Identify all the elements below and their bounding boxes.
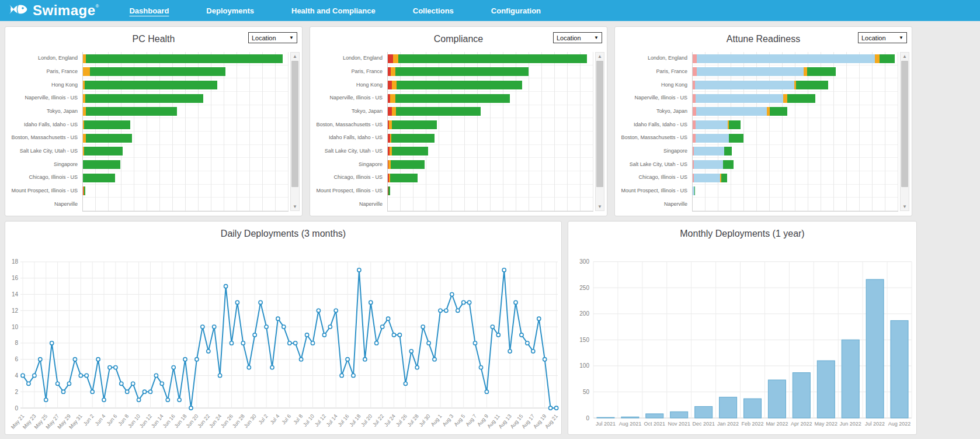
pc-health-category-label: Idaho Falls, Idaho - US xyxy=(24,122,78,127)
svg-text:Aug 2021: Aug 2021 xyxy=(619,421,642,427)
nav-item-health-and-compliance[interactable]: Health and Compliance xyxy=(291,6,376,15)
attune-readiness-segment-segment_blue xyxy=(694,160,723,169)
attune-readiness-segment-segment_green xyxy=(729,134,743,143)
attune-readiness-bar xyxy=(693,54,895,63)
compliance-bar xyxy=(388,147,428,155)
nav-item-deployments[interactable]: Deployments xyxy=(206,6,254,15)
scroll-up-icon[interactable]: ▲ xyxy=(291,53,299,60)
attune-readiness-category-label: London, England xyxy=(648,55,687,61)
compliance-category-label: Naperville xyxy=(359,201,383,207)
compliance-category-label: Chicago, Illinois - US xyxy=(333,174,383,180)
compliance-category-label: Naperville, Illinois - US xyxy=(329,95,383,101)
pc-health-bar xyxy=(83,174,115,182)
svg-text:Jul 2: Jul 2 xyxy=(258,413,269,426)
svg-text:Jul 26: Jul 26 xyxy=(395,413,408,428)
scrollbar-thumb[interactable] xyxy=(291,61,298,187)
svg-text:16: 16 xyxy=(12,275,19,281)
svg-text:Jun 2022: Jun 2022 xyxy=(840,421,861,427)
pc-health-bar xyxy=(83,107,177,116)
compliance-segment-warning xyxy=(393,54,398,63)
compliance-bar xyxy=(388,120,437,129)
location-filter-label: Location xyxy=(861,34,886,42)
compliance-card: ComplianceLocation▼London, EnglandParis,… xyxy=(310,26,607,216)
scrollbar-thumb[interactable] xyxy=(901,61,908,187)
compliance-segment-compliant xyxy=(398,54,587,63)
svg-text:Aug 3: Aug 3 xyxy=(442,413,455,427)
attune-readiness-segment-segment_pink xyxy=(693,54,697,63)
scroll-down-icon[interactable]: ▼ xyxy=(596,203,604,210)
svg-text:200: 200 xyxy=(579,310,589,317)
scroll-up-icon[interactable]: ▲ xyxy=(596,53,604,60)
pc-health-segment-healthy xyxy=(84,186,85,195)
compliance-segment-warning xyxy=(392,81,397,89)
compliance-location-filter[interactable]: Location▼ xyxy=(553,32,602,43)
svg-text:Aug 5: Aug 5 xyxy=(453,413,466,427)
nav-item-configuration[interactable]: Configuration xyxy=(491,6,541,15)
scroll-down-icon[interactable]: ▼ xyxy=(291,203,299,210)
pc-health-card: PC HealthLocation▼London, EnglandParis, … xyxy=(5,26,303,216)
nav-item-dashboard[interactable]: Dashboard xyxy=(129,6,169,15)
attune-readiness-bar xyxy=(693,120,741,129)
pc-health-category-label: London, England xyxy=(38,55,78,61)
svg-text:Jul 22: Jul 22 xyxy=(371,413,385,428)
pc-health-segment-healthy xyxy=(84,120,130,129)
pc-health-bar xyxy=(83,67,225,76)
svg-text:Jul 14: Jul 14 xyxy=(325,413,339,428)
chevron-down-icon: ▼ xyxy=(289,35,294,40)
nav-item-collections[interactable]: Collections xyxy=(413,6,454,15)
attune-readiness-location-filter[interactable]: Location▼ xyxy=(858,32,907,43)
compliance-segment-non_compliant xyxy=(388,54,393,63)
compliance-category-label: Singapore xyxy=(359,161,383,167)
compliance-bar xyxy=(388,134,435,143)
compliance-bar xyxy=(388,160,425,169)
attune-readiness-bar xyxy=(693,160,734,169)
compliance-category-label: Tokyo, Japan xyxy=(352,108,383,114)
daily-chart-title: Daily Deployments (3 months) xyxy=(5,229,561,239)
attune-readiness-bar xyxy=(693,147,732,155)
pc-health-segment-warning xyxy=(83,67,90,76)
svg-text:Jun 4: Jun 4 xyxy=(94,413,107,427)
svg-text:Apr 2022: Apr 2022 xyxy=(791,421,812,427)
attune-readiness-bar xyxy=(693,94,815,103)
svg-text:Aug 21: Aug 21 xyxy=(544,413,559,430)
pc-health-segment-healthy xyxy=(83,160,120,169)
daily-deployments-plot: 024681012141618May 21May 23May 25May 27M… xyxy=(10,258,559,430)
svg-text:14: 14 xyxy=(12,291,19,298)
compliance-segment-non_compliant xyxy=(388,107,392,116)
svg-text:Aug 7: Aug 7 xyxy=(464,413,478,427)
compliance-scrollbar[interactable]: ▲ ▼ xyxy=(595,52,604,211)
scroll-up-icon[interactable]: ▲ xyxy=(901,53,909,60)
compliance-segment-compliant xyxy=(388,186,390,195)
attune-readiness-segment-segment_blue xyxy=(696,134,729,143)
svg-text:Oct 2021: Oct 2021 xyxy=(644,421,666,427)
pc-health-segment-healthy xyxy=(90,67,225,76)
attune-readiness-category-label: Salt Lake City, Utah - US xyxy=(630,161,687,167)
attune-readiness-segment-segment_green xyxy=(770,107,787,116)
svg-text:8: 8 xyxy=(15,340,18,346)
svg-text:Jul 16: Jul 16 xyxy=(337,413,350,428)
attune-readiness-card: Attune ReadinessLocation▼London, England… xyxy=(614,26,912,216)
compliance-category-label: London, England xyxy=(343,55,383,61)
svg-text:Jul 10: Jul 10 xyxy=(302,413,315,428)
attune-readiness-segment-segment_green xyxy=(880,54,895,63)
attune-readiness-category-label: Idaho Falls, Idaho - US xyxy=(634,122,687,127)
pc-health-scrollbar[interactable]: ▲ ▼ xyxy=(290,52,300,211)
attune-readiness-category-label: Chicago, Illinois - US xyxy=(638,174,687,180)
attune-readiness-category-label: Mount Prospect, Illinois - US xyxy=(621,188,687,193)
scrollbar-thumb[interactable] xyxy=(596,61,603,187)
pc-health-location-filter[interactable]: Location▼ xyxy=(248,32,297,43)
brand-logo[interactable]: Swimage ® xyxy=(8,2,99,19)
svg-text:Jun 6: Jun 6 xyxy=(106,413,119,427)
pc-health-category-label: Boston, Massachusetts - US xyxy=(11,134,78,140)
brand-name: Swimage xyxy=(33,2,96,19)
compliance-bar xyxy=(388,186,390,195)
scroll-down-icon[interactable]: ▼ xyxy=(901,203,909,210)
chevron-down-icon: ▼ xyxy=(594,35,599,40)
svg-text:100: 100 xyxy=(579,362,589,369)
svg-text:Nov 2021: Nov 2021 xyxy=(668,421,690,427)
compliance-segment-compliant xyxy=(392,147,428,155)
pc-health-category-label: Naperville, Illinois - US xyxy=(25,95,78,101)
attune-readiness-segment-segment_blue xyxy=(694,174,720,182)
attune-readiness-segment-segment_blue xyxy=(697,67,804,76)
attune-readiness-scrollbar[interactable]: ▲ ▼ xyxy=(900,52,909,211)
